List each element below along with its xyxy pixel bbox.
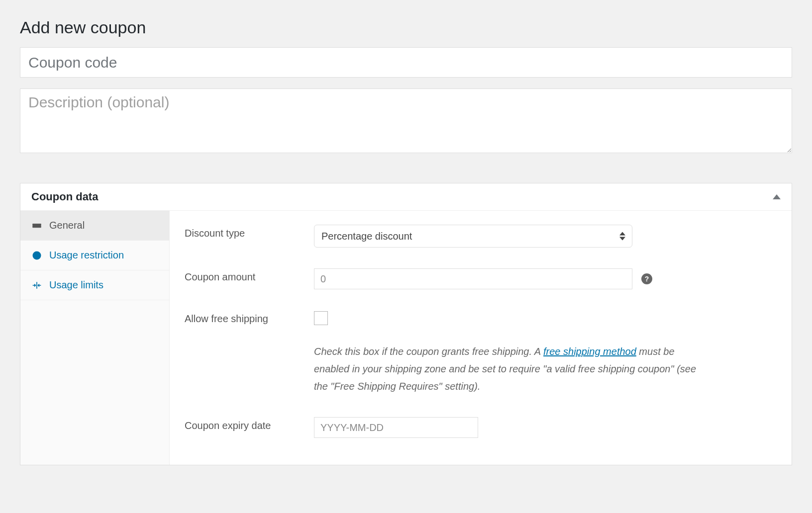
coupon-description-textarea[interactable]: [20, 88, 792, 153]
panel-content: Discount type Percentage discount Coupon…: [170, 211, 792, 465]
arrows-in-icon: [31, 280, 42, 291]
discount-type-select[interactable]: Percentage discount: [314, 225, 632, 248]
panel-tabs: General Usage restriction Usage limits: [20, 211, 170, 465]
free-shipping-description: Check this box if the coupon grants free…: [314, 343, 712, 395]
expiry-date-label: Coupon expiry date: [185, 417, 314, 431]
tab-usage-limits[interactable]: Usage limits: [20, 270, 169, 300]
coupon-amount-label: Coupon amount: [185, 268, 314, 283]
tab-general[interactable]: General: [20, 211, 169, 241]
tab-label: Usage restriction: [49, 250, 124, 261]
discount-type-label: Discount type: [185, 225, 314, 239]
free-shipping-method-link[interactable]: free shipping method: [543, 346, 636, 357]
tab-label: Usage limits: [49, 279, 103, 291]
tab-label: General: [49, 220, 85, 231]
panel-header: Coupon data: [20, 183, 792, 211]
block-icon: [31, 250, 42, 261]
page-title: Add new coupon: [20, 18, 792, 37]
coupon-amount-input[interactable]: [314, 268, 632, 289]
panel-title: Coupon data: [31, 190, 98, 203]
coupon-data-panel: Coupon data General Usage restriction: [20, 183, 792, 465]
ticket-icon: [31, 220, 42, 231]
help-icon[interactable]: ?: [641, 273, 652, 284]
free-shipping-label: Allow free shipping: [185, 310, 314, 325]
coupon-code-input[interactable]: [20, 47, 792, 78]
tab-usage-restriction[interactable]: Usage restriction: [20, 241, 169, 270]
panel-toggle-icon[interactable]: [773, 194, 781, 199]
free-shipping-checkbox[interactable]: [314, 311, 328, 325]
expiry-date-input[interactable]: [314, 417, 478, 438]
